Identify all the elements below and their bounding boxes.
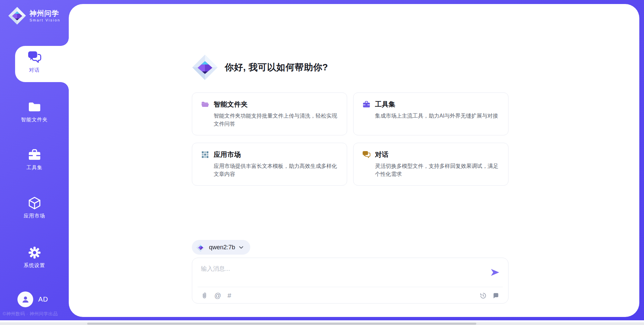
card-title: 对话 [375,150,389,159]
card-title: 应用市场 [214,150,241,159]
active-nav-curve-top [61,38,69,46]
sidebar-item-label: 智能文件夹 [21,117,48,123]
model-name: qwen2:7b [209,244,235,251]
model-selector[interactable]: qwen2:7b [192,240,250,255]
send-icon [490,267,500,277]
app-grid-icon [201,150,209,159]
card-description: 灵活切换多模型文件，支持多样回复效果调试，满足个性化需求 [375,162,499,178]
composer-toolbar: @ # [201,291,499,300]
card-description: 应用市场提供丰富长文本模板，助力高效生成多样化文章内容 [214,162,338,178]
sidebar-item-settings[interactable]: 系统设置 [0,246,69,269]
app-window: 神州问学 Smart Vision 对话 智能文件夹 工具集 应用市场 系统设置 [0,0,644,325]
feature-cards: 智能文件夹 智能文件夹功能支持批量文件上传与清洗，轻松实现文件问答 工具集 集成… [192,92,508,186]
attach-file-button[interactable] [201,292,208,299]
history-button[interactable] [480,292,487,299]
card-header: 工具集 [362,100,499,109]
chevron-down-icon [239,246,244,249]
assistant-diamond-icon [192,54,218,80]
scrollbar-thumb[interactable] [87,323,476,325]
card-smart-folder[interactable]: 智能文件夹 智能文件夹功能支持批量文件上传与清洗，轻松实现文件问答 [192,92,347,135]
card-title: 智能文件夹 [214,100,248,109]
sidebar-item-app-market[interactable]: 应用市场 [0,196,69,219]
person-icon [20,295,31,305]
brand-text: 神州问学 Smart Vision [30,9,60,22]
folder-icon [28,100,42,114]
main-panel: 你好, 我可以如何帮助你? 智能文件夹 智能文件夹功能支持批量文件上传与清洗，轻… [69,4,639,317]
card-description: 集成市场上主流工具，助力AI与外界无缝扩展与对接 [375,112,499,120]
brand-subtitle: Smart Vision [30,18,60,22]
model-logo-icon [196,243,205,252]
greeting-text: 你好, 我可以如何帮助你? [225,61,328,73]
chat-icon [28,50,42,64]
composer-toolbar-right [480,292,499,299]
avatar[interactable] [17,291,33,307]
card-header: 对话 [362,150,499,159]
sidebar-item-label: 工具集 [26,165,43,171]
greeting-block: 你好, 我可以如何帮助你? [192,54,328,80]
mention-button[interactable]: @ [214,292,221,299]
topic-button[interactable]: # [227,292,231,299]
sidebar-item-toolset[interactable]: 工具集 [0,148,69,171]
horizontal-scrollbar[interactable] [0,322,644,325]
card-header: 智能文件夹 [201,100,338,109]
toolbox-icon [362,100,371,109]
send-button[interactable] [490,267,500,277]
history-icon [480,292,487,299]
sidebar: 神州问学 Smart Vision 对话 智能文件夹 工具集 应用市场 系统设置 [0,0,69,320]
composer-divider [198,287,503,287]
brand-name: 神州问学 [30,9,60,17]
user-initials: AD [38,296,48,303]
card-header: 应用市场 [201,150,338,159]
sidebar-item-label: 对话 [29,67,40,73]
brand-logo: 神州问学 Smart Vision [8,7,60,25]
message-input[interactable] [201,265,479,284]
card-description: 智能文件夹功能支持批量文件上传与清洗，轻松实现文件问答 [214,112,338,128]
paperclip-icon [201,292,208,299]
folder-open-icon [201,100,209,109]
card-toolset[interactable]: 工具集 集成市场上主流工具，助力AI与外界无缝扩展与对接 [353,92,508,135]
hashtag-icon: # [227,292,231,299]
cube-icon [28,196,42,210]
sidebar-item-chat[interactable]: 对话 [0,50,69,73]
at-icon: @ [214,292,221,299]
sidebar-item-label: 应用市场 [24,213,45,219]
active-nav-curve-bottom [61,82,69,90]
card-chat[interactable]: 对话 灵活切换多模型文件，支持多样回复效果调试，满足个性化需求 [353,143,508,186]
comment-icon [492,292,499,299]
toolbox-icon [28,148,42,162]
brand-diamond-icon [8,7,26,25]
message-composer: @ # [192,258,508,304]
sidebar-item-smart-folder[interactable]: 智能文件夹 [0,100,69,123]
gear-icon [28,246,42,260]
card-title: 工具集 [375,100,395,109]
card-app-market[interactable]: 应用市场 应用市场提供丰富长文本模板，助力高效生成多样化文章内容 [192,143,347,186]
sidebar-footer-credit: ©神州数码 · 神州问学出品 [3,311,70,317]
chat-icon [362,150,371,159]
user-account[interactable]: AD [17,291,48,307]
sidebar-item-label: 系统设置 [24,262,45,269]
new-conversation-button[interactable] [492,292,499,299]
